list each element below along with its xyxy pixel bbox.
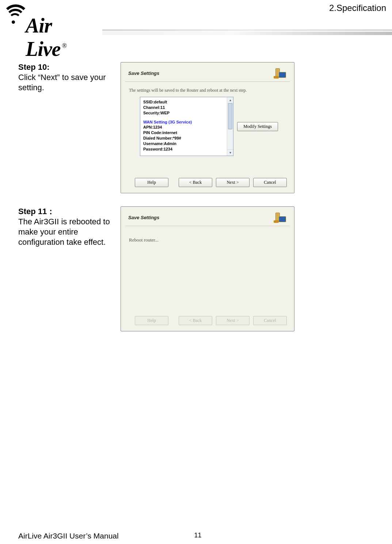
pane-title-2: Save Settings	[128, 215, 159, 220]
help-button-disabled: Help	[135, 316, 168, 325]
step-11-row: Step 11： The Air3GII is rebooted to make…	[18, 206, 377, 331]
step-10-text: Click “Next” to save your setting.	[18, 72, 113, 93]
scroll-down-icon[interactable]: ▾	[227, 149, 233, 156]
back-button[interactable]: < Back	[179, 178, 212, 187]
listbox-scrollbar[interactable]: ▴ ▾	[227, 97, 233, 156]
lb-pin: PIN Code:internet	[143, 130, 224, 136]
wifi-icon	[2, 4, 28, 30]
scroll-up-icon[interactable]: ▴	[227, 97, 233, 103]
modify-settings-button[interactable]: Modify Settings	[237, 122, 278, 131]
pane-note: The settings will be saved to the Router…	[121, 82, 294, 97]
lb-channel: Channel:11	[143, 105, 224, 110]
settings-listbox[interactable]: SSID:default Channel:11 Security:WEP WAN…	[140, 97, 233, 156]
step-11-title: Step 11：	[18, 206, 113, 217]
step-11-caption: Step 11： The Air3GII is rebooted to make…	[18, 206, 121, 248]
lb-wan-header: WAN Setting (3G Service)	[143, 119, 224, 125]
scroll-thumb[interactable]	[228, 103, 232, 129]
page-header: 2.Specification Air Live®	[0, 0, 392, 51]
lb-pwd: Password:1234	[143, 147, 224, 152]
save-settings-pane-2: Save Settings Reboot router... Help < Ba…	[121, 206, 294, 331]
footer-manual: AirLive Air3GII User’s Manual	[18, 532, 119, 540]
back-button-disabled: < Back	[179, 316, 212, 325]
router-icon	[274, 212, 287, 223]
header-rule	[102, 29, 392, 45]
help-button[interactable]: Help	[135, 178, 168, 187]
step-10-row: Step 10: Click “Next” to save your setti…	[18, 62, 377, 193]
next-button[interactable]: Next >	[216, 178, 250, 187]
listbox-content: SSID:default Channel:11 Security:WEP WAN…	[140, 97, 227, 156]
cancel-button[interactable]: Cancel	[253, 178, 287, 187]
page-footer: AirLive Air3GII User’s Manual 11	[18, 532, 377, 540]
lb-security: Security:WEP	[143, 110, 224, 116]
lb-dialed: Dialed Number:*99#	[143, 136, 224, 141]
lb-ssid: SSID:default	[143, 99, 224, 105]
footer-page-number: 11	[194, 532, 201, 539]
step-10-title: Step 10:	[18, 62, 113, 72]
reboot-text: Reboot router...	[121, 226, 294, 294]
save-settings-pane-1: Save Settings The settings will be saved…	[121, 62, 294, 193]
lb-apn: APN:1234	[143, 125, 224, 130]
lb-user: Username:Admin	[143, 141, 224, 147]
section-label: 2.Specification	[329, 3, 386, 13]
step-11-text: The Air3GII is rebooted to make your ent…	[18, 217, 113, 247]
pane-title: Save Settings	[128, 71, 159, 76]
next-button-disabled: Next >	[216, 316, 250, 325]
registered-mark: ®	[62, 42, 67, 49]
step-10-caption: Step 10: Click “Next” to save your setti…	[18, 62, 121, 93]
logo-text-a: A	[26, 14, 39, 37]
cancel-button-disabled: Cancel	[253, 316, 287, 325]
router-icon	[274, 68, 287, 79]
